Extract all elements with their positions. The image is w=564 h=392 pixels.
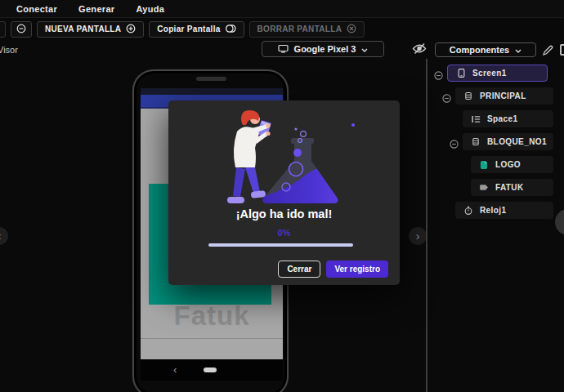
android-home-pill	[204, 368, 217, 372]
tree-row: BLOQUE_NO1	[432, 133, 564, 150]
tree-row: Reloj1	[432, 202, 564, 219]
progress-bar	[208, 243, 353, 247]
partial-panel-icon[interactable]	[560, 44, 564, 56]
panel-divider[interactable]	[426, 59, 427, 392]
tree-item-label: FATUK	[495, 183, 524, 192]
clock-icon	[463, 206, 473, 216]
collapse-minus-icon[interactable]	[434, 69, 443, 78]
chevron-down-icon	[515, 45, 521, 55]
tree-item-label: Screen1	[472, 69, 507, 78]
tree-item-label: Reloj1	[480, 206, 506, 215]
close-button[interactable]: Cerrar	[278, 261, 320, 278]
section-divider	[141, 338, 283, 339]
x-circle-icon	[347, 24, 356, 35]
android-back-icon: ‹	[173, 363, 177, 376]
tree-item-label: PRINCIPAL	[480, 91, 526, 100]
phone-navbar: ‹	[141, 359, 283, 381]
tree-row: FATUK	[432, 179, 564, 196]
copy-icon	[226, 24, 236, 35]
image-icon	[479, 160, 489, 170]
plus-circle-icon	[126, 24, 136, 35]
device-selector-label: Google Pixel 3	[294, 44, 356, 54]
list-icon	[471, 115, 481, 123]
block-icon	[463, 91, 473, 100]
components-dropdown-label: Componentes	[450, 45, 509, 55]
phone-statusbar	[141, 88, 283, 95]
collapse-minus-icon[interactable]	[442, 91, 451, 100]
collapse-minus-icon[interactable]	[450, 137, 459, 146]
error-title: ¡Algo ha ido mal!	[168, 207, 400, 220]
chevron-down-icon	[361, 44, 368, 54]
tree-item-label: BLOQUE_NO1	[487, 137, 547, 146]
block-icon	[471, 137, 481, 146]
tree-item-reloj1[interactable]: Reloj1	[455, 202, 553, 219]
tree-item-bloque_no1[interactable]: BLOQUE_NO1	[463, 133, 553, 150]
device-selector[interactable]: Google Pixel 3	[262, 41, 384, 57]
prev-screen-button[interactable]: ‹	[0, 227, 8, 245]
viewer-panel-label: Visor	[0, 45, 18, 55]
new-screen-label: NUEVA PANTALLA	[45, 24, 121, 33]
phone-speaker	[196, 77, 226, 81]
tree-item-label: Space1	[487, 114, 517, 123]
tree-row: LOGO	[432, 156, 564, 173]
pencil-icon[interactable]	[542, 45, 553, 60]
collapse-screens-button[interactable]	[11, 21, 32, 38]
menu-item-conectar[interactable]: Conectar	[16, 4, 57, 14]
tree-row: Screen1	[432, 65, 564, 82]
tree-item-label: LOGO	[495, 160, 521, 169]
tree-row: PRINCIPAL	[432, 87, 564, 105]
delete-screen-label: BORRAR PANTALLA	[257, 24, 342, 33]
minus-circle-icon	[16, 24, 26, 35]
tree-item-logo[interactable]: LOGO	[471, 156, 553, 173]
eye-off-icon[interactable]	[412, 42, 427, 58]
components-dropdown[interactable]: Componentes	[435, 42, 536, 57]
new-screen-button[interactable]: NUEVA PANTALLA	[37, 21, 144, 38]
copy-screen-label: Copiar Pantalla	[157, 24, 220, 33]
screen-toolbar: NUEVA PANTALLA Copiar Pantalla BORRAR PA…	[0, 18, 564, 40]
menu-item-ayuda[interactable]: Ayuda	[136, 4, 164, 14]
tree-row: Space1	[432, 110, 564, 127]
tree-item-screen1[interactable]: Screen1	[447, 65, 548, 82]
tag-icon	[479, 184, 489, 191]
menu-item-generar[interactable]: Generar	[78, 4, 114, 14]
next-screen-button[interactable]: ›	[409, 227, 427, 245]
delete-screen-button[interactable]: BORRAR PANTALLA	[249, 21, 365, 38]
smartphone-icon	[456, 68, 466, 78]
view-log-button[interactable]: Ver registro	[326, 261, 388, 278]
error-illustration	[221, 107, 360, 212]
tree-item-space1[interactable]: Space1	[463, 110, 553, 127]
brand-text: Fatuk	[141, 301, 283, 332]
device-icon	[278, 44, 289, 55]
progress-percent: 0%	[168, 228, 400, 238]
component-tree: Screen1PRINCIPALSpace1BLOQUE_NO1LOGOFATU…	[432, 65, 564, 225]
menu-bar: Conectar Generar Ayuda	[0, 0, 564, 18]
cutoff-button[interactable]	[0, 21, 6, 38]
tree-item-fatuk[interactable]: FATUK	[471, 179, 553, 196]
tree-item-principal[interactable]: PRINCIPAL	[455, 87, 553, 105]
error-modal: ¡Algo ha ido mal! 0% Cerrar Ver registro	[168, 100, 400, 285]
copy-screen-button[interactable]: Copiar Pantalla	[149, 21, 244, 38]
